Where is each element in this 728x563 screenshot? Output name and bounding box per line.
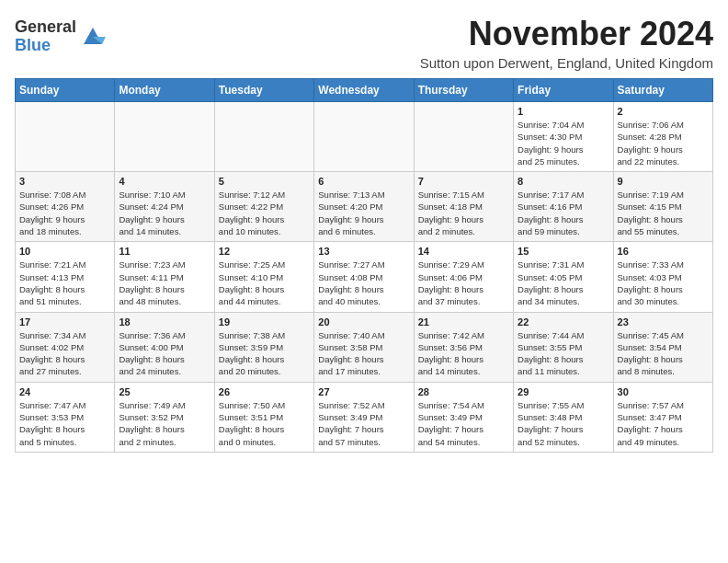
- calendar-cell: [115, 102, 214, 172]
- calendar-cell: 1Sunrise: 7:04 AM Sunset: 4:30 PM Daylig…: [514, 102, 613, 172]
- day-info: Sunrise: 7:06 AM Sunset: 4:28 PM Dayligh…: [618, 119, 709, 167]
- day-number: 20: [318, 316, 409, 327]
- weekday-row: SundayMondayTuesdayWednesdayThursdayFrid…: [16, 79, 713, 102]
- calendar-cell: 11Sunrise: 7:23 AM Sunset: 4:11 PM Dayli…: [115, 242, 214, 312]
- calendar-cell: 9Sunrise: 7:19 AM Sunset: 4:15 PM Daylig…: [613, 172, 712, 242]
- day-number: 13: [318, 246, 409, 257]
- day-info: Sunrise: 7:12 AM Sunset: 4:22 PM Dayligh…: [219, 189, 310, 237]
- day-number: 21: [418, 316, 509, 327]
- day-number: 29: [518, 386, 609, 397]
- title-area: November 2024 Sutton upon Derwent, Engla…: [420, 15, 713, 71]
- day-info: Sunrise: 7:15 AM Sunset: 4:18 PM Dayligh…: [418, 189, 509, 237]
- calendar-cell: 10Sunrise: 7:21 AM Sunset: 4:13 PM Dayli…: [16, 242, 115, 312]
- day-number: 10: [19, 246, 110, 257]
- logo: General Blue: [15, 18, 106, 55]
- day-info: Sunrise: 7:19 AM Sunset: 4:15 PM Dayligh…: [618, 189, 709, 237]
- day-number: 16: [618, 246, 709, 257]
- calendar-cell: 7Sunrise: 7:15 AM Sunset: 4:18 PM Daylig…: [414, 172, 513, 242]
- calendar-cell: 28Sunrise: 7:54 AM Sunset: 3:49 PM Dayli…: [414, 382, 513, 452]
- location: Sutton upon Derwent, England, United Kin…: [420, 55, 713, 71]
- calendar-cell: 24Sunrise: 7:47 AM Sunset: 3:53 PM Dayli…: [16, 382, 115, 452]
- day-info: Sunrise: 7:50 AM Sunset: 3:51 PM Dayligh…: [219, 399, 310, 448]
- day-number: 15: [518, 246, 609, 257]
- calendar-header: SundayMondayTuesdayWednesdayThursdayFrid…: [16, 79, 713, 102]
- day-number: 19: [219, 316, 310, 327]
- calendar-body: 1Sunrise: 7:04 AM Sunset: 4:30 PM Daylig…: [16, 102, 713, 453]
- weekday-header-monday: Monday: [115, 79, 214, 102]
- calendar-cell: 26Sunrise: 7:50 AM Sunset: 3:51 PM Dayli…: [214, 382, 313, 452]
- day-info: Sunrise: 7:31 AM Sunset: 4:05 PM Dayligh…: [518, 259, 609, 307]
- day-info: Sunrise: 7:29 AM Sunset: 4:06 PM Dayligh…: [418, 259, 509, 307]
- calendar-week-3: 10Sunrise: 7:21 AM Sunset: 4:13 PM Dayli…: [16, 242, 713, 312]
- calendar-cell: [16, 102, 115, 172]
- calendar-cell: 27Sunrise: 7:52 AM Sunset: 3:49 PM Dayli…: [314, 382, 414, 452]
- calendar-week-2: 3Sunrise: 7:08 AM Sunset: 4:26 PM Daylig…: [16, 172, 713, 242]
- calendar-week-5: 24Sunrise: 7:47 AM Sunset: 3:53 PM Dayli…: [16, 382, 713, 452]
- weekday-header-wednesday: Wednesday: [314, 79, 414, 102]
- calendar-cell: 16Sunrise: 7:33 AM Sunset: 4:03 PM Dayli…: [613, 242, 712, 312]
- calendar-cell: 4Sunrise: 7:10 AM Sunset: 4:24 PM Daylig…: [115, 172, 214, 242]
- day-info: Sunrise: 7:42 AM Sunset: 3:56 PM Dayligh…: [418, 329, 509, 378]
- day-number: 26: [219, 386, 310, 397]
- calendar-cell: 13Sunrise: 7:27 AM Sunset: 4:08 PM Dayli…: [314, 242, 414, 312]
- day-info: Sunrise: 7:40 AM Sunset: 3:58 PM Dayligh…: [318, 329, 409, 378]
- day-info: Sunrise: 7:52 AM Sunset: 3:49 PM Dayligh…: [318, 399, 409, 448]
- day-info: Sunrise: 7:25 AM Sunset: 4:10 PM Dayligh…: [219, 259, 310, 307]
- day-number: 4: [119, 176, 210, 187]
- calendar-cell: 21Sunrise: 7:42 AM Sunset: 3:56 PM Dayli…: [414, 312, 513, 382]
- logo-general: General: [15, 18, 76, 37]
- weekday-header-friday: Friday: [514, 79, 613, 102]
- calendar-table: SundayMondayTuesdayWednesdayThursdayFrid…: [15, 78, 713, 453]
- day-number: 23: [618, 316, 709, 327]
- day-info: Sunrise: 7:10 AM Sunset: 4:24 PM Dayligh…: [119, 189, 210, 237]
- day-number: 12: [219, 246, 310, 257]
- day-info: Sunrise: 7:23 AM Sunset: 4:11 PM Dayligh…: [119, 259, 210, 307]
- day-number: 9: [618, 176, 709, 187]
- calendar-cell: 17Sunrise: 7:34 AM Sunset: 4:02 PM Dayli…: [16, 312, 115, 382]
- day-number: 17: [19, 316, 110, 327]
- day-number: 30: [618, 386, 709, 397]
- calendar-week-4: 17Sunrise: 7:34 AM Sunset: 4:02 PM Dayli…: [16, 312, 713, 382]
- day-info: Sunrise: 7:33 AM Sunset: 4:03 PM Dayligh…: [618, 259, 709, 307]
- calendar-cell: [214, 102, 313, 172]
- day-info: Sunrise: 7:04 AM Sunset: 4:30 PM Dayligh…: [518, 119, 609, 167]
- page-header: General Blue November 2024 Sutton upon D…: [15, 15, 713, 71]
- day-number: 5: [219, 176, 310, 187]
- logo-text: General Blue: [15, 18, 76, 55]
- day-number: 27: [318, 386, 409, 397]
- day-info: Sunrise: 7:34 AM Sunset: 4:02 PM Dayligh…: [19, 329, 110, 378]
- day-number: 18: [119, 316, 210, 327]
- weekday-header-thursday: Thursday: [414, 79, 513, 102]
- day-number: 28: [418, 386, 509, 397]
- day-number: 3: [19, 176, 110, 187]
- calendar-cell: 23Sunrise: 7:45 AM Sunset: 3:54 PM Dayli…: [613, 312, 712, 382]
- day-number: 25: [119, 386, 210, 397]
- day-number: 6: [318, 176, 409, 187]
- day-number: 11: [119, 246, 210, 257]
- weekday-header-saturday: Saturday: [613, 79, 712, 102]
- day-number: 1: [518, 106, 609, 117]
- month-title: November 2024: [420, 15, 713, 53]
- calendar-cell: [414, 102, 513, 172]
- day-info: Sunrise: 7:47 AM Sunset: 3:53 PM Dayligh…: [19, 399, 110, 448]
- day-info: Sunrise: 7:13 AM Sunset: 4:20 PM Dayligh…: [318, 189, 409, 237]
- calendar-week-1: 1Sunrise: 7:04 AM Sunset: 4:30 PM Daylig…: [16, 102, 713, 172]
- calendar-cell: 29Sunrise: 7:55 AM Sunset: 3:48 PM Dayli…: [514, 382, 613, 452]
- day-info: Sunrise: 7:21 AM Sunset: 4:13 PM Dayligh…: [19, 259, 110, 307]
- day-number: 2: [618, 106, 709, 117]
- logo-icon: [80, 24, 106, 50]
- calendar-cell: 18Sunrise: 7:36 AM Sunset: 4:00 PM Dayli…: [115, 312, 214, 382]
- day-info: Sunrise: 7:55 AM Sunset: 3:48 PM Dayligh…: [518, 399, 609, 448]
- day-info: Sunrise: 7:36 AM Sunset: 4:00 PM Dayligh…: [119, 329, 210, 378]
- day-number: 7: [418, 176, 509, 187]
- weekday-header-tuesday: Tuesday: [214, 79, 313, 102]
- calendar-cell: 15Sunrise: 7:31 AM Sunset: 4:05 PM Dayli…: [514, 242, 613, 312]
- calendar-cell: 20Sunrise: 7:40 AM Sunset: 3:58 PM Dayli…: [314, 312, 414, 382]
- day-info: Sunrise: 7:57 AM Sunset: 3:47 PM Dayligh…: [618, 399, 709, 448]
- calendar-cell: 3Sunrise: 7:08 AM Sunset: 4:26 PM Daylig…: [16, 172, 115, 242]
- calendar-cell: 19Sunrise: 7:38 AM Sunset: 3:59 PM Dayli…: [214, 312, 313, 382]
- calendar-cell: 2Sunrise: 7:06 AM Sunset: 4:28 PM Daylig…: [613, 102, 712, 172]
- calendar-cell: 5Sunrise: 7:12 AM Sunset: 4:22 PM Daylig…: [214, 172, 313, 242]
- day-info: Sunrise: 7:17 AM Sunset: 4:16 PM Dayligh…: [518, 189, 609, 237]
- day-number: 22: [518, 316, 609, 327]
